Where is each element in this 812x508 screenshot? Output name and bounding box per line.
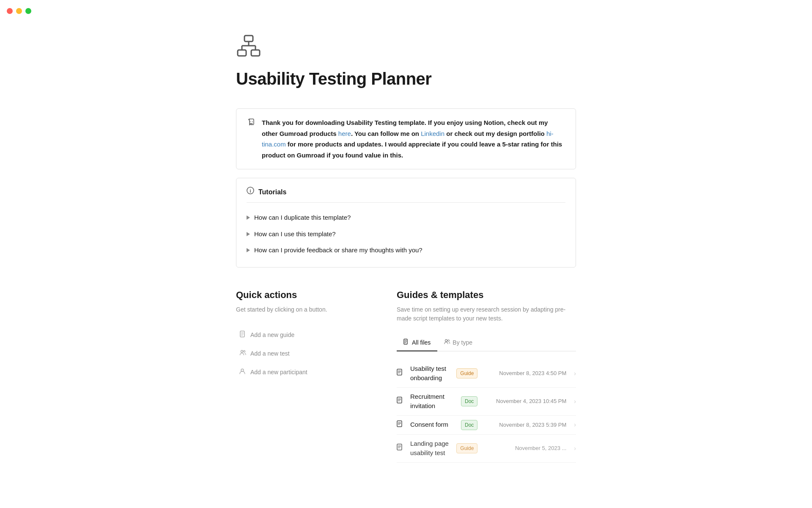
file-name-1: Usability test onboarding [410,364,452,383]
svg-point-7 [250,121,251,122]
file-icon-4 [397,443,406,453]
add-new-participant-button[interactable]: Add a new participant [236,363,363,382]
tutorial-item-2[interactable]: How can I use this template? [247,226,565,243]
tutorials-info-icon: i [247,187,254,197]
tutorial-label-1: How can I duplicate this template? [254,213,351,223]
tab-all-files[interactable]: All files [397,335,437,351]
svg-point-8 [252,121,253,122]
svg-rect-2 [251,50,260,56]
chevron-icon-1: › [574,369,576,378]
svg-point-16 [244,351,245,352]
file-icon-1 [397,368,406,378]
expand-icon-3 [247,248,250,252]
svg-point-15 [241,350,243,352]
file-date-4: November 5, 2023 ... [482,444,566,453]
info-box-text: Thank you for downloading Usability Test… [262,117,565,160]
svg-point-22 [445,340,447,342]
file-icon-3 [397,420,406,430]
file-icon-2 [397,396,406,406]
file-item-consent-form[interactable]: Consent form Doc November 8, 2023 5:39 P… [397,416,576,435]
chevron-icon-4: › [574,444,576,453]
tutorials-header: i Tutorials [247,187,565,203]
quick-actions-section: Quick actions Get started by clicking on… [236,288,363,382]
titlebar [0,0,812,22]
file-list: Usability test onboarding Guide November… [397,360,576,463]
by-type-icon [444,338,450,347]
file-date-2: November 4, 2023 10:45 PM [482,397,566,406]
file-item-landing-page[interactable]: Landing page usability test Guide Novemb… [397,435,576,463]
file-item-recruitment[interactable]: Recruitment invitation Doc November 4, 2… [397,388,576,416]
add-new-guide-label: Add a new guide [250,331,294,340]
add-new-participant-label: Add a new participant [250,368,307,377]
tutorial-label-2: How can I use this template? [254,229,336,239]
file-badge-4: Guide [456,443,477,453]
quick-actions-subtitle: Get started by clicking on a button. [236,305,363,314]
info-link-here[interactable]: here [338,130,351,137]
quick-actions-list: Add a new guide Add a new test [236,326,363,382]
add-person-icon [239,367,246,378]
svg-text:i: i [250,188,251,193]
people-icon [239,349,246,359]
file-date-3: November 8, 2023 5:39 PM [482,421,566,429]
chevron-icon-3: › [574,420,576,429]
tab-all-files-label: All files [412,338,431,347]
expand-icon-1 [247,215,250,220]
page-icon [236,34,261,59]
two-column-section: Quick actions Get started by clicking on… [236,288,576,463]
info-text-bold4: for more products and updates. I would a… [262,141,562,159]
quick-actions-title: Quick actions [236,288,363,302]
close-button[interactable] [7,8,13,14]
guides-tabs: All files By type [397,335,576,351]
guides-section: Guides & templates Save time on setting … [397,288,576,463]
svg-rect-1 [238,50,246,56]
add-new-test-label: Add a new test [250,349,290,358]
file-name-4: Landing page usability test [410,439,452,458]
file-badge-2: Doc [461,396,477,406]
file-item-usability-onboarding[interactable]: Usability test onboarding Guide November… [397,360,576,388]
info-box: Thank you for downloading Usability Test… [236,108,576,169]
tab-by-type[interactable]: By type [437,335,479,351]
info-text-bold3: or check out my design portfolio [444,130,546,137]
page-title: Usability Testing Planner [236,66,576,91]
info-text-bold2: . You can follow me on [351,130,421,137]
file-name-2: Recruitment invitation [410,392,457,411]
tutorials-list: How can I duplicate this template? How c… [247,210,565,259]
info-box-icon [247,118,256,131]
info-link-linkedin[interactable]: Linkedin [421,130,444,137]
tutorials-box: i Tutorials How can I duplicate this tem… [236,178,576,268]
tutorials-label: Tutorials [258,187,286,197]
guides-title: Guides & templates [397,288,576,302]
add-new-test-button[interactable]: Add a new test [236,345,363,363]
main-content: Usability Testing Planner Thank you for … [216,0,596,497]
file-date-1: November 8, 2023 4:50 PM [482,369,566,378]
maximize-button[interactable] [25,8,31,14]
file-badge-1: Guide [456,368,477,378]
expand-icon-2 [247,232,250,236]
tab-by-type-label: By type [453,338,472,347]
chevron-icon-2: › [574,397,576,406]
tutorial-item-1[interactable]: How can I duplicate this template? [247,210,565,226]
file-badge-3: Doc [461,420,477,430]
tutorial-item-3[interactable]: How can I provide feedback or share my t… [247,242,565,259]
svg-point-23 [448,340,450,341]
file-name-3: Consent form [410,420,457,430]
svg-rect-0 [244,36,253,41]
guides-subtitle: Save time on setting up every research s… [397,305,576,323]
tutorial-label-3: How can I provide feedback or share my t… [254,246,422,255]
all-files-icon [403,338,409,347]
minimize-button[interactable] [16,8,22,14]
add-new-guide-button[interactable]: Add a new guide [236,326,363,345]
document-icon [239,330,246,340]
